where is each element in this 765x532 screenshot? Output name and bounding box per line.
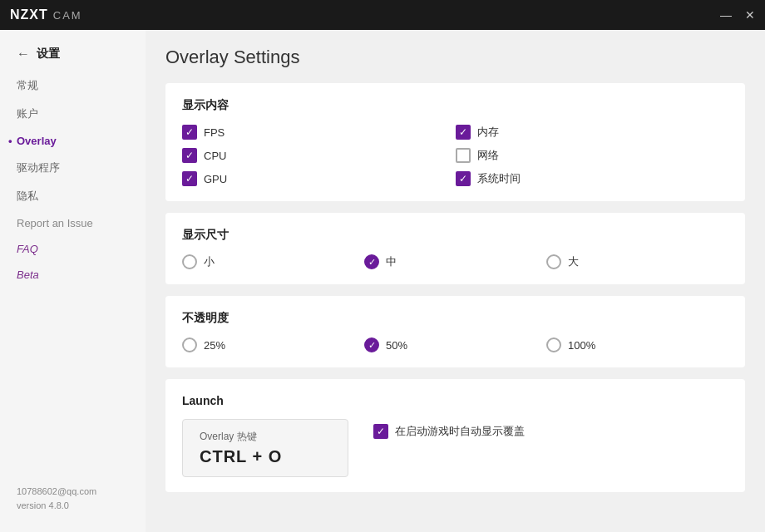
close-button[interactable]: ✕ (745, 9, 755, 21)
check-icon: ✓ (185, 174, 194, 184)
size-section-title: 显示尺寸 (182, 228, 728, 243)
user-email: 10788602@qq.com (17, 485, 129, 499)
opacity-25[interactable]: 25% (182, 337, 364, 352)
sidebar-item-report[interactable]: Report an Issue (0, 210, 146, 236)
sidebar: ← 设置 常规 账户 Overlay 驱动程序 隐私 Report an Iss… (0, 30, 146, 532)
opacity-25-label: 25% (204, 339, 225, 352)
display-section-title: 显示内容 (182, 98, 728, 113)
back-arrow-icon: ← (17, 47, 30, 62)
radio-50-circle (364, 337, 379, 352)
sidebar-item-privacy[interactable]: 隐私 (0, 182, 146, 210)
launch-grid: Overlay 热键 CTRL + O ✓ 在启动游戏时自动显示覆盖 (182, 419, 728, 477)
checkbox-systime-box: ✓ (456, 171, 471, 186)
sidebar-item-beta[interactable]: Beta (0, 262, 146, 288)
radio-large-circle (546, 254, 561, 269)
checkbox-gpu-box: ✓ (182, 171, 197, 186)
opacity-100-label: 100% (568, 339, 595, 352)
size-radio-group: 小 中 大 (182, 254, 728, 269)
opacity-radio-group: 25% 50% 100% (182, 337, 728, 352)
opacity-section-title: 不透明度 (182, 311, 728, 326)
checkbox-memory-box: ✓ (456, 125, 471, 140)
logo-nzxt: NZXT (10, 7, 48, 22)
autoshow-label: 在启动游戏时自动显示覆盖 (395, 424, 525, 439)
radio-medium-circle (364, 254, 379, 269)
logo-cam: CAM (53, 9, 82, 22)
page-title: Overlay Settings (165, 47, 745, 68)
app-logo: NZXT CAM (10, 7, 82, 22)
radio-small-circle (182, 254, 197, 269)
launch-card: Launch Overlay 热键 CTRL + O ✓ 在启动游戏时自动显示覆… (165, 379, 745, 492)
check-icon: ✓ (459, 174, 467, 184)
checkbox-fps[interactable]: ✓ FPS (182, 125, 456, 140)
checkbox-network-box (456, 148, 471, 163)
size-small[interactable]: 小 (182, 254, 364, 269)
checkbox-network[interactable]: 网络 (456, 148, 729, 163)
hotkey-value: CTRL + O (200, 447, 331, 466)
size-medium-label: 中 (386, 254, 397, 269)
checkbox-gpu-label: GPU (204, 173, 227, 185)
radio-25-circle (182, 337, 197, 352)
launch-section-title: Launch (182, 394, 728, 407)
checkbox-cpu-label: CPU (204, 150, 226, 162)
checkbox-gpu[interactable]: ✓ GPU (182, 171, 456, 186)
size-medium[interactable]: 中 (364, 254, 546, 269)
sidebar-item-account[interactable]: 账户 (0, 100, 146, 128)
opacity-card: 不透明度 25% 50% 100% (165, 296, 745, 367)
back-label: 设置 (37, 47, 60, 62)
check-icon: ✓ (459, 127, 467, 137)
size-large-label: 大 (568, 254, 579, 269)
sidebar-item-drivers[interactable]: 驱动程序 (0, 154, 146, 182)
hotkey-box: Overlay 热键 CTRL + O (182, 419, 348, 477)
app-version: version 4.8.0 (17, 499, 129, 513)
sidebar-item-faq[interactable]: FAQ (0, 236, 146, 262)
checkbox-fps-box: ✓ (182, 125, 197, 140)
autoshow-item[interactable]: ✓ 在启动游戏时自动显示覆盖 (373, 424, 525, 439)
opacity-50-label: 50% (386, 339, 407, 352)
main-layout: ← 设置 常规 账户 Overlay 驱动程序 隐私 Report an Iss… (0, 30, 765, 532)
check-icon: ✓ (377, 426, 385, 436)
checkbox-memory-label: 内存 (477, 125, 499, 140)
sidebar-item-overlay[interactable]: Overlay (0, 128, 146, 154)
radio-100-circle (546, 337, 561, 352)
hotkey-label: Overlay 热键 (200, 430, 331, 444)
display-content-card: 显示内容 ✓ FPS ✓ 内存 (165, 83, 745, 201)
display-size-card: 显示尺寸 小 中 大 (165, 213, 745, 284)
minimize-button[interactable]: — (720, 9, 732, 21)
size-large[interactable]: 大 (546, 254, 728, 269)
checkbox-cpu[interactable]: ✓ CPU (182, 148, 456, 163)
opacity-100[interactable]: 100% (546, 337, 728, 352)
content-area: Overlay Settings 显示内容 ✓ FPS ✓ 内存 (146, 30, 765, 532)
checkbox-network-label: 网络 (477, 148, 499, 163)
sidebar-item-general[interactable]: 常规 (0, 71, 146, 100)
checkbox-grid: ✓ FPS ✓ 内存 ✓ CPU (182, 125, 728, 186)
checkbox-systime-label: 系统时间 (477, 171, 521, 186)
size-small-label: 小 (204, 254, 215, 269)
checkbox-fps-label: FPS (204, 126, 225, 139)
checkbox-systime[interactable]: ✓ 系统时间 (456, 171, 729, 186)
autoshow-checkbox: ✓ (373, 424, 388, 439)
sidebar-footer: 10788602@qq.com version 4.8.0 (0, 478, 146, 519)
checkbox-memory[interactable]: ✓ 内存 (456, 125, 729, 140)
checkbox-cpu-box: ✓ (182, 148, 197, 163)
title-bar: NZXT CAM — ✕ (0, 0, 765, 30)
window-controls: — ✕ (720, 9, 755, 21)
check-icon: ✓ (185, 150, 194, 160)
back-button[interactable]: ← 设置 (0, 43, 146, 71)
opacity-50[interactable]: 50% (364, 337, 546, 352)
check-icon: ✓ (185, 127, 194, 137)
